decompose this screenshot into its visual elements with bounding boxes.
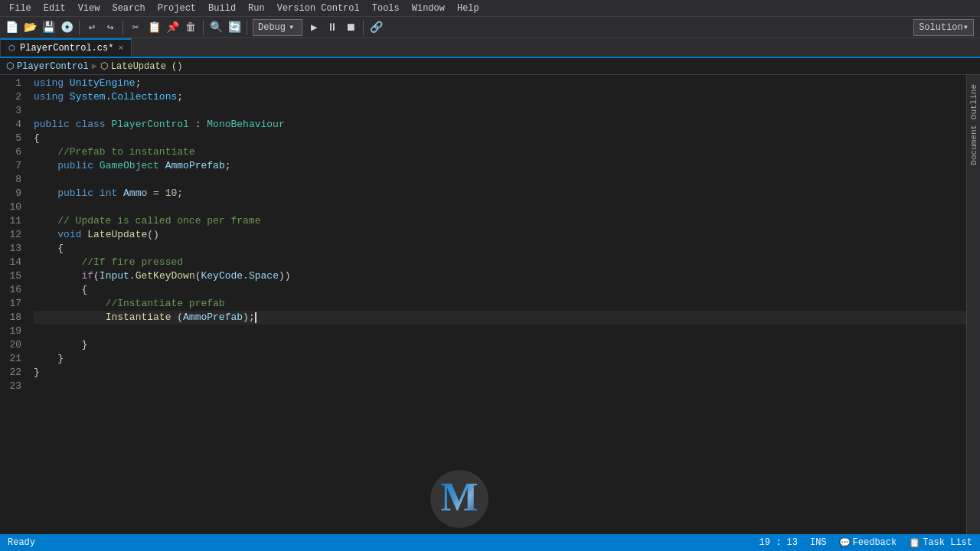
pause-btn[interactable]: ⏸ xyxy=(324,19,341,36)
sep2 xyxy=(122,20,123,35)
tab-close-btn[interactable]: × xyxy=(118,44,123,53)
line-number: 11 xyxy=(6,214,21,228)
save-all-btn[interactable]: 💿 xyxy=(58,19,75,36)
debug-label: Debug xyxy=(258,22,286,33)
save-btn[interactable]: 💾 xyxy=(40,19,57,36)
line-number: 20 xyxy=(6,338,21,352)
menu-item-project[interactable]: Project xyxy=(152,2,202,15)
menu-item-search[interactable]: Search xyxy=(106,2,151,15)
line-number: 5 xyxy=(6,132,21,145)
tab-bar: ⬡ PlayerControl.cs* × xyxy=(0,38,980,58)
line-number: 22 xyxy=(6,366,21,380)
tab-label: PlayerControl.cs* xyxy=(20,43,113,54)
code-line: using UnityEngine; xyxy=(34,77,966,90)
menu-item-run[interactable]: Run xyxy=(242,2,271,15)
debug-dropdown[interactable]: Debug▾ xyxy=(253,19,302,36)
replace-btn[interactable]: 🔄 xyxy=(226,19,243,36)
line-numbers: 1234567891011121314151617181920212223 xyxy=(0,75,28,534)
code-line: Instantiate (AmmoPrefab); xyxy=(34,311,966,324)
status-bar: Ready 19 : 13 INS 💬 Feedback 📋 Task List xyxy=(0,534,980,551)
task-list-button[interactable]: 📋 Task List xyxy=(909,537,972,549)
line-number: 3 xyxy=(6,104,21,118)
sep4 xyxy=(247,20,247,35)
feedback-button[interactable]: 💬 Feedback xyxy=(839,537,897,549)
menu-item-build[interactable]: Build xyxy=(202,2,242,15)
cut-btn[interactable]: ✂ xyxy=(127,19,144,36)
line-number: 9 xyxy=(6,187,21,201)
code-line: //If fire pressed xyxy=(34,256,966,269)
sep1 xyxy=(79,20,80,35)
code-line xyxy=(34,201,966,214)
line-number: 13 xyxy=(6,242,21,256)
code-line: // Update is called once per frame xyxy=(34,214,966,228)
redo-btn[interactable]: ↪ xyxy=(102,19,119,36)
stop-btn[interactable]: ⏹ xyxy=(342,19,359,36)
line-number: 14 xyxy=(6,256,21,269)
breadcrumb: ⬡ PlayerControl ▶ ⬡ LateUpdate () xyxy=(0,58,980,75)
code-line xyxy=(34,324,966,338)
breadcrumb-icon-2: ⬡ xyxy=(100,60,108,72)
status-ins: INS xyxy=(810,537,827,548)
paste-btn[interactable]: 📌 xyxy=(164,19,181,36)
breadcrumb-part-1[interactable]: PlayerControl xyxy=(17,61,89,72)
document-outline-label[interactable]: Document Outline xyxy=(969,84,978,165)
feedback-icon: 💬 xyxy=(839,537,851,549)
feedback-label: Feedback xyxy=(853,537,897,548)
line-number: 16 xyxy=(6,283,21,297)
code-line xyxy=(34,173,966,187)
line-number: 21 xyxy=(6,352,21,366)
right-panel[interactable]: Document Outline xyxy=(966,75,980,534)
code-line: //Prefab to instantiate xyxy=(34,145,966,159)
status-ready: Ready xyxy=(8,537,35,548)
task-list-label: Task List xyxy=(923,537,972,548)
solution-label: Solution xyxy=(919,22,963,33)
copy-btn[interactable]: 📋 xyxy=(145,19,162,36)
line-number: 8 xyxy=(6,173,21,187)
menu-item-help[interactable]: Help xyxy=(451,2,485,15)
find-btn[interactable]: 🔍 xyxy=(207,19,224,36)
code-line: public int Ammo = 10; xyxy=(34,187,966,201)
menu-bar: FileEditViewSearchProjectBuildRunVersion… xyxy=(0,0,980,17)
tab-icon: ⬡ xyxy=(8,44,15,53)
line-number: 15 xyxy=(6,269,21,283)
code-content[interactable]: using UnityEngine;using System.Collectio… xyxy=(28,75,966,534)
line-number: 7 xyxy=(6,159,21,173)
tab-playercontrol[interactable]: ⬡ PlayerControl.cs* × xyxy=(0,38,132,57)
breadcrumb-part-2[interactable]: LateUpdate () xyxy=(111,61,183,72)
debug-chevron-icon: ▾ xyxy=(289,21,294,33)
line-number: 6 xyxy=(6,145,21,159)
code-line: if(Input.GetKeyDown(KeyCode.Space)) xyxy=(34,269,966,283)
line-number: 10 xyxy=(6,201,21,214)
delete-btn[interactable]: 🗑 xyxy=(182,19,199,36)
line-number: 4 xyxy=(6,118,21,132)
menu-item-view[interactable]: View xyxy=(72,2,106,15)
code-line: using System.Collections; xyxy=(34,90,966,104)
code-line: { xyxy=(34,283,966,297)
line-number: 17 xyxy=(6,297,21,311)
menu-item-edit[interactable]: Edit xyxy=(38,2,72,15)
run-btn[interactable]: ▶ xyxy=(305,19,322,36)
menu-item-tools[interactable]: Tools xyxy=(366,2,406,15)
new-file-btn[interactable]: 📄 xyxy=(3,19,20,36)
text-cursor xyxy=(255,312,256,323)
menu-item-file[interactable]: File xyxy=(3,2,38,15)
editor-container: 1234567891011121314151617181920212223 us… xyxy=(0,75,980,534)
solution-dropdown[interactable]: Solution▾ xyxy=(913,19,974,36)
undo-btn[interactable]: ↩ xyxy=(83,19,100,36)
code-line xyxy=(34,104,966,118)
line-number: 2 xyxy=(6,90,21,104)
code-line: } xyxy=(34,352,966,366)
sep3 xyxy=(203,20,204,35)
code-line: } xyxy=(34,338,966,352)
toolbar: 📄📂💾💿↩↪✂📋📌🗑🔍🔄Debug▾▶⏸⏹🔗Solution▾ xyxy=(0,17,980,38)
menu-item-version-control[interactable]: Version Control xyxy=(271,2,366,15)
open-btn[interactable]: 📂 xyxy=(21,19,38,36)
attach-btn[interactable]: 🔗 xyxy=(368,19,384,36)
line-number: 19 xyxy=(6,324,21,338)
line-number: 23 xyxy=(6,380,21,393)
code-line: public class PlayerControl : MonoBehavio… xyxy=(34,118,966,132)
sep5 xyxy=(363,20,364,35)
code-line: } xyxy=(34,366,966,380)
tasklist-icon: 📋 xyxy=(909,537,920,549)
menu-item-window[interactable]: Window xyxy=(406,2,451,15)
